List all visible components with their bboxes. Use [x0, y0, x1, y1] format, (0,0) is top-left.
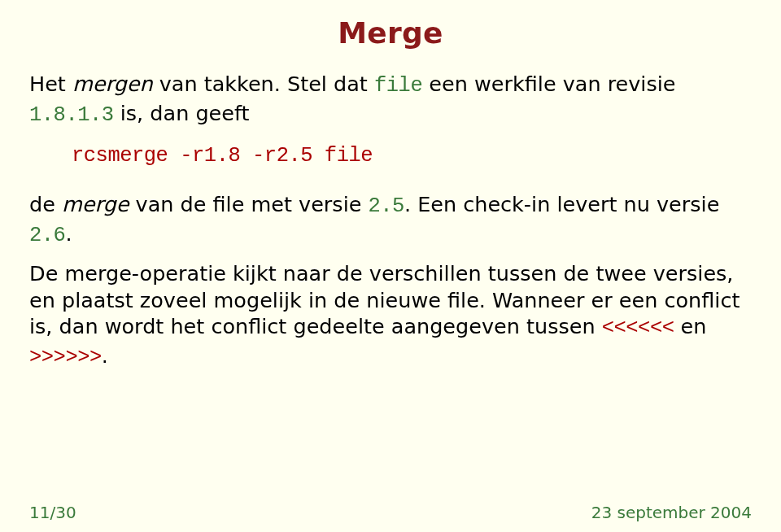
inline-code-conflict-open: <<<<<< [602, 316, 674, 340]
text-span: is, dan geeft [114, 101, 250, 125]
inline-code-file: file [374, 74, 422, 98]
inline-code-conflict-close: >>>>>> [29, 346, 102, 369]
text-span: . Een check-in levert nu versie [404, 192, 719, 216]
text-span: de [29, 192, 62, 216]
page-number: 11/30 [29, 503, 76, 522]
emphasis-mergen: mergen [72, 72, 153, 96]
text-span: een werkfile van revisie [422, 72, 675, 96]
inline-code-version-26: 2.6 [29, 224, 65, 247]
inline-code-version-25: 2.5 [369, 194, 404, 218]
text-span: en [674, 314, 707, 338]
paragraph-intro: Het mergen van takken. Stel dat file een… [29, 71, 752, 129]
text-span: van de file met versie [129, 192, 368, 216]
slide-footer: 11/30 23 september 2004 [29, 503, 752, 522]
command-block: rcsmerge -r1.8 -r2.5 file [72, 143, 752, 170]
text-span: Het [29, 72, 72, 96]
paragraph-result: de merge van de file met versie 2.5. Een… [29, 191, 752, 249]
text-span: . [65, 221, 72, 246]
slide-date: 23 september 2004 [591, 503, 752, 522]
text-span: van takken. Stel dat [153, 72, 374, 96]
inline-code-revision: 1.8.1.3 [29, 103, 114, 127]
emphasis-merge: merge [62, 192, 129, 216]
paragraph-conflict: De merge-operatie kijkt naar de verschil… [29, 260, 752, 372]
slide: Merge Het mergen van takken. Stel dat fi… [0, 0, 781, 532]
slide-body: Het mergen van takken. Stel dat file een… [29, 71, 752, 372]
text-span: . [102, 343, 108, 368]
slide-title: Merge [29, 16, 752, 50]
